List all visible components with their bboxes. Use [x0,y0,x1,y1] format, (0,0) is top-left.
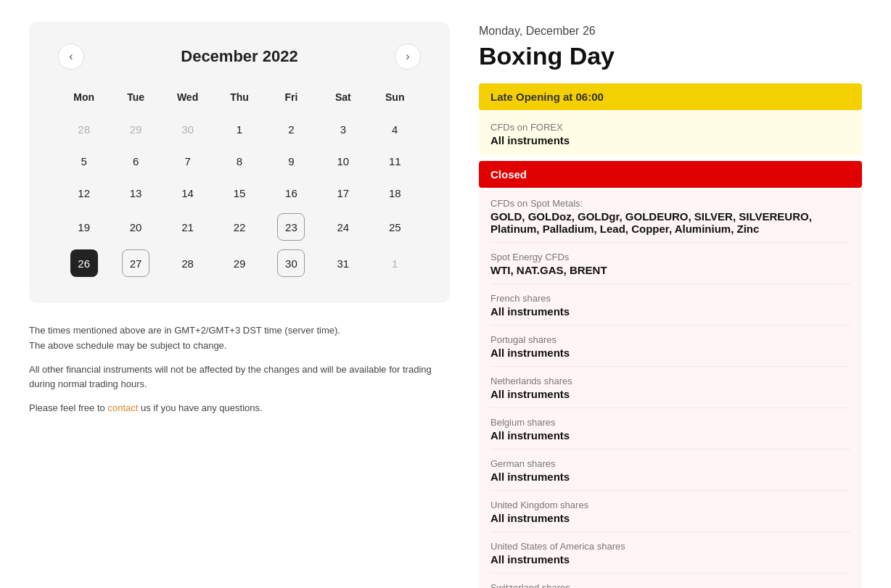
calendar-day[interactable]: 5 [58,145,110,177]
item-label: CFDs on Spot Metals: [490,198,850,209]
calendar-header: ‹ December 2022 › [58,44,421,70]
closed-banner: Closed [479,161,862,188]
item-value: All instruments [490,471,850,483]
calendar-day[interactable]: 29 [110,113,161,145]
closed-item: Belgium sharesAll instruments [490,408,850,450]
calendar-day[interactable]: 24 [317,209,369,245]
left-column: ‹ December 2022 › MonTueWedThuFriSatSun … [29,22,450,588]
calendar-day[interactable]: 1 [369,245,421,281]
item-value: All instruments [490,347,850,359]
footnote-line2: The above schedule may be subject to cha… [29,340,226,351]
calendar-day[interactable]: 8 [213,145,265,177]
calendar-day[interactable]: 18 [369,177,421,209]
late-opening-banner: Late Opening at 06:00 [479,83,862,110]
calendar-title: December 2022 [181,47,297,66]
footnote-line1: The times mentioned above are in GMT+2/G… [29,325,340,336]
item-value: All instruments [490,134,850,146]
calendar-day[interactable]: 10 [317,145,369,177]
calendar-day[interactable]: 13 [110,177,161,209]
calendar-row: 12131415161718 [58,177,421,209]
calendar-day[interactable]: 2 [266,113,317,145]
calendar-grid: MonTueWedThuFriSatSun 282930123456789101… [58,87,421,281]
calendar-day[interactable]: 16 [266,177,317,209]
calendar-day[interactable]: 21 [162,209,213,245]
calendar-row: 19202122232425 [58,209,421,245]
weekday-header: Thu [213,87,265,113]
calendar-day[interactable]: 23 [266,209,317,245]
next-month-button[interactable]: › [395,44,421,70]
closed-item: German sharesAll instruments [490,450,850,491]
item-label: French shares [490,293,850,304]
weekdays-row: MonTueWedThuFriSatSun [58,87,421,113]
closed-item: Switzerland sharesAll instruments [490,573,850,588]
calendar-day[interactable]: 7 [162,145,213,177]
closed-item: United States of America sharesAll instr… [490,532,850,573]
item-value: All instruments [490,429,850,442]
calendar-day[interactable]: 14 [162,177,213,209]
item-label: United States of America shares [490,541,850,552]
calendar-day[interactable]: 28 [162,245,213,281]
closed-item: CFDs on Spot Metals:GOLD, GOLDoz, GOLDgr… [490,189,850,243]
closed-item: Spot Energy CFDsWTI, NAT.GAS, BRENT [490,243,850,284]
closed-block: CFDs on Spot Metals:GOLD, GOLDoz, GOLDgr… [479,189,862,588]
late-opening-block: CFDs on FOREXAll instruments [479,112,862,155]
calendar-day[interactable]: 30 [266,245,317,281]
weekday-header: Sat [317,87,369,113]
item-label: United Kingdom shares [490,500,850,510]
item-label: Netherlands shares [490,376,850,386]
item-value: All instruments [490,305,850,318]
calendar-day[interactable]: 3 [317,113,369,145]
calendar-day[interactable]: 31 [317,245,369,281]
calendar-day[interactable]: 25 [369,209,421,245]
calendar-day[interactable]: 6 [110,145,161,177]
item-value: All instruments [490,512,850,524]
closed-item: Netherlands sharesAll instruments [490,367,850,408]
calendar-day[interactable]: 20 [110,209,161,245]
calendar-day[interactable]: 30 [162,113,213,145]
calendar-day[interactable]: 15 [213,177,265,209]
calendar-row: 2627282930311 [58,245,421,281]
calendar-day[interactable]: 9 [266,145,317,177]
footnote-line4: Please feel free to [29,402,105,413]
item-label: German shares [490,458,850,469]
calendar-day[interactable]: 28 [58,113,110,145]
item-label: Belgium shares [490,417,850,428]
footnotes-section: The times mentioned above are in GMT+2/G… [29,323,450,416]
calendar-day[interactable]: 19 [58,209,110,245]
calendar-card: ‹ December 2022 › MonTueWedThuFriSatSun … [29,22,450,303]
calendar-day[interactable]: 11 [369,145,421,177]
weekday-header: Tue [110,87,161,113]
item-value: All instruments [490,388,850,400]
calendar-day[interactable]: 17 [317,177,369,209]
calendar-row: 567891011 [58,145,421,177]
item-value: GOLD, GOLDoz, GOLDgr, GOLDEURO, SILVER, … [490,210,850,235]
calendar-day[interactable]: 22 [213,209,265,245]
closed-item: United Kingdom sharesAll instruments [490,491,850,532]
calendar-day[interactable]: 27 [110,245,161,281]
calendar-body: 2829301234567891011121314151617181920212… [58,113,421,281]
item-label: Portugal shares [490,334,850,345]
footnote-line5: us if you have any questions. [141,402,263,413]
calendar-day[interactable]: 29 [213,245,265,281]
event-title: Boxing Day [479,42,862,70]
item-label: Spot Energy CFDs [490,252,850,262]
contact-link[interactable]: contact [107,402,138,413]
calendar-row: 2829301234 [58,113,421,145]
weekday-header: Mon [58,87,110,113]
calendar-day[interactable]: 4 [369,113,421,145]
calendar-day[interactable]: 12 [58,177,110,209]
late-opening-item: CFDs on FOREXAll instruments [490,119,850,146]
footnote-line3: All other financial instruments will not… [29,363,450,393]
prev-month-button[interactable]: ‹ [58,44,84,70]
closed-item: French sharesAll instruments [490,284,850,326]
item-label: Switzerland shares [490,582,850,588]
item-value: WTI, NAT.GAS, BRENT [490,264,850,276]
event-date: Monday, December 26 [479,25,862,38]
closed-item: Portugal sharesAll instruments [490,326,850,367]
item-label: CFDs on FOREX [490,122,850,133]
item-value: All instruments [490,553,850,566]
calendar-day[interactable]: 1 [213,113,265,145]
weekday-header: Fri [266,87,317,113]
calendar-day[interactable]: 26 [58,245,110,281]
weekday-header: Wed [162,87,213,113]
